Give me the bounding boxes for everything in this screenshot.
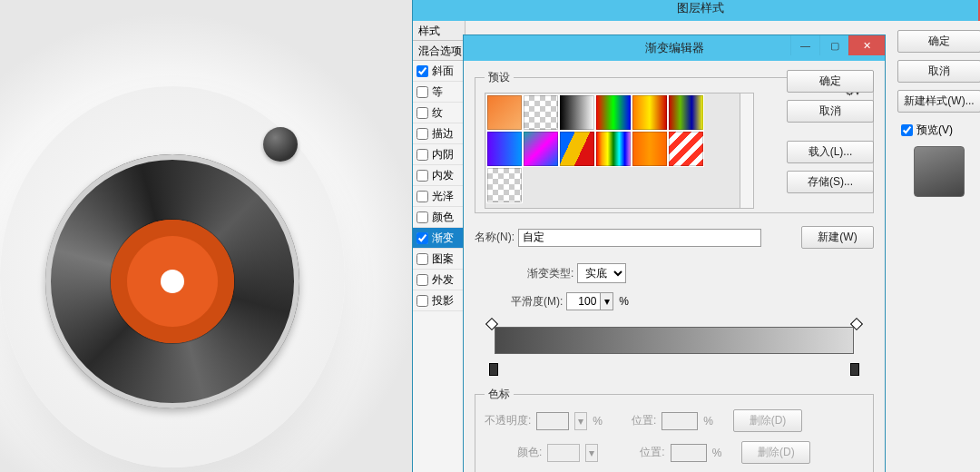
scrollbar[interactable]	[740, 93, 754, 209]
effects-list: 样式 混合选项 斜面等纹描边内阴内发光泽颜色渐变图案外发投影	[413, 21, 466, 472]
effect-checkbox[interactable]	[416, 232, 428, 244]
effect-row-2[interactable]: 纹	[413, 103, 465, 123]
gradient-name-input[interactable]	[518, 229, 761, 247]
effect-checkbox[interactable]	[416, 170, 428, 182]
effect-checkbox[interactable]	[416, 149, 428, 161]
position-label: 位置:	[632, 413, 656, 428]
stops-group: 色标 不透明度: ▾ % 位置: % 删除(D) 颜色: ▾ 位置: % 删除(…	[475, 387, 874, 472]
ge-new-button[interactable]: 新建(W)	[801, 226, 874, 249]
effect-label: 投影	[432, 293, 454, 309]
preview-label: 预览(V)	[916, 123, 953, 138]
preset-swatch-7[interactable]	[523, 131, 559, 167]
document-canvas	[0, 0, 414, 472]
color-swatch	[547, 444, 580, 462]
ge-save-button[interactable]: 存储(S)...	[787, 171, 874, 193]
effect-label: 内发	[432, 168, 454, 183]
color-position-input	[671, 444, 707, 462]
effect-checkbox[interactable]	[416, 191, 428, 202]
effect-label: 渐变	[432, 231, 454, 246]
new-style-button[interactable]: 新建样式(W)...	[897, 90, 980, 113]
name-label: 名称(N):	[475, 230, 514, 245]
effect-checkbox[interactable]	[416, 253, 428, 265]
effect-row-11[interactable]: 投影	[413, 290, 465, 311]
preset-swatch-0[interactable]	[486, 94, 523, 131]
percent-label: %	[619, 295, 629, 308]
effect-row-0[interactable]: 斜面	[413, 61, 465, 82]
effect-label: 等	[432, 84, 443, 100]
effect-label: 纹	[432, 105, 443, 121]
close-button[interactable]: ✕	[848, 35, 885, 55]
chevron-down-icon: ▾	[585, 444, 598, 462]
cancel-button[interactable]: 取消	[897, 60, 980, 83]
preset-swatches	[485, 93, 740, 209]
color-label: 颜色:	[517, 445, 542, 460]
layer-style-titlebar[interactable]: 图层样式	[413, 0, 980, 21]
gradient-type-select[interactable]: 实底	[577, 263, 626, 283]
stops-legend: 色标	[485, 387, 514, 402]
chevron-down-icon[interactable]: ▾	[601, 292, 613, 310]
preset-swatch-12[interactable]	[486, 167, 523, 203]
effect-label: 光泽	[432, 189, 454, 204]
effect-label: 外发	[432, 272, 454, 288]
effect-checkbox[interactable]	[416, 295, 428, 307]
presets-legend: 预设	[485, 70, 514, 85]
effect-label: 斜面	[432, 64, 454, 79]
effect-row-4[interactable]: 内阴	[413, 144, 465, 165]
ok-button[interactable]: 确定	[897, 30, 980, 53]
effect-checkbox[interactable]	[416, 274, 428, 286]
opacity-label: 不透明度:	[485, 413, 531, 428]
effect-checkbox[interactable]	[416, 65, 428, 77]
effect-checkbox[interactable]	[416, 211, 428, 223]
preset-swatch-11[interactable]	[668, 131, 704, 167]
type-label: 渐变类型:	[527, 266, 573, 281]
ge-cancel-button[interactable]: 取消	[787, 100, 874, 123]
effect-row-7[interactable]: 颜色	[413, 207, 465, 228]
effect-row-9[interactable]: 图案	[413, 249, 465, 270]
preview-checkbox[interactable]	[901, 124, 913, 136]
preset-swatch-5[interactable]	[668, 94, 704, 131]
opacity-input	[536, 412, 569, 430]
preview-toggle[interactable]: 预览(V)	[897, 122, 980, 139]
effect-row-8[interactable]: 渐变	[413, 228, 465, 249]
smooth-label: 平滑度(M):	[511, 294, 563, 310]
delete-opacity-stop-button: 删除(D)	[733, 409, 802, 432]
preset-swatch-8[interactable]	[559, 131, 595, 167]
effect-row-1[interactable]: 等	[413, 82, 465, 103]
vinyl-disc-icon	[45, 154, 299, 408]
effect-checkbox[interactable]	[416, 107, 428, 119]
effect-checkbox[interactable]	[416, 86, 428, 98]
layer-style-title: 图层样式	[677, 1, 724, 15]
preset-swatch-6[interactable]	[486, 131, 523, 167]
effect-label: 图案	[432, 251, 454, 267]
maximize-button[interactable]: ▢	[819, 35, 848, 55]
blend-options-tab[interactable]: 混合选项	[413, 41, 465, 61]
smooth-input[interactable]	[566, 292, 601, 310]
ge-ok-button[interactable]: 确定	[787, 70, 874, 93]
preset-swatch-9[interactable]	[595, 131, 632, 167]
minimize-button[interactable]: —	[790, 35, 819, 55]
gradient-editor-title: 渐变编辑器	[645, 41, 704, 54]
gradient-bar[interactable]	[495, 327, 854, 354]
vinyl-center-icon	[161, 270, 184, 293]
effect-row-6[interactable]: 光泽	[413, 186, 465, 207]
position-label-2: 位置:	[640, 445, 664, 460]
preset-swatch-3[interactable]	[595, 94, 632, 131]
icon-base	[0, 86, 345, 467]
opacity-position-input	[662, 412, 698, 430]
effect-checkbox[interactable]	[416, 128, 428, 140]
style-preview	[914, 146, 965, 197]
preset-swatch-2[interactable]	[559, 94, 595, 131]
preset-swatch-1[interactable]	[523, 94, 559, 131]
effect-label: 描边	[432, 126, 454, 142]
effect-row-3[interactable]: 描边	[413, 123, 465, 144]
effect-row-5[interactable]: 内发	[413, 165, 465, 186]
ge-load-button[interactable]: 载入(L)...	[787, 141, 874, 163]
color-stop-right[interactable]	[850, 363, 859, 376]
styles-tab[interactable]: 样式	[413, 21, 465, 41]
color-stop-left[interactable]	[489, 363, 498, 376]
effect-row-10[interactable]: 外发	[413, 270, 465, 290]
preset-swatch-4[interactable]	[632, 94, 668, 131]
preset-swatch-10[interactable]	[632, 131, 668, 167]
knob-icon	[263, 127, 298, 162]
gradient-editor-titlebar[interactable]: 渐变编辑器 — ▢ ✕	[464, 35, 885, 61]
